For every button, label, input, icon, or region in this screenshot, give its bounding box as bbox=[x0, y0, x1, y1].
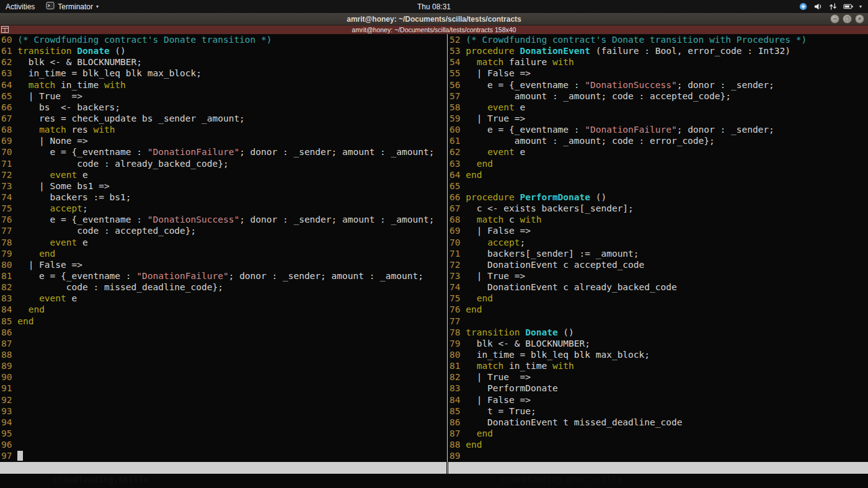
line-number: 77 bbox=[450, 316, 466, 326]
code-line[interactable]: 78 event e bbox=[0, 237, 446, 248]
code-line[interactable]: 86 DonationEvent t missed_deadline_code bbox=[448, 417, 868, 428]
code-line[interactable]: 90 bbox=[0, 371, 446, 383]
code-line[interactable]: 85 t = True; bbox=[448, 406, 868, 417]
line-number: 81 bbox=[1, 271, 17, 281]
line-number: 58 bbox=[450, 102, 466, 112]
code-line[interactable]: 77 code : accepted_code}; bbox=[0, 225, 446, 236]
line-number: 84 bbox=[1, 304, 17, 314]
code-line[interactable]: 79 end bbox=[0, 248, 446, 259]
code-line[interactable]: 60 e = {_eventname : "DonationFailure"; … bbox=[448, 124, 868, 135]
system-tray[interactable]: ▾ bbox=[792, 0, 868, 13]
code-line[interactable]: 89 bbox=[448, 450, 868, 461]
code-line[interactable]: 62 event e bbox=[448, 146, 868, 157]
code-line[interactable]: 80 in_time = blk_leq blk max_block; bbox=[448, 349, 868, 360]
code-line[interactable]: 76 end bbox=[448, 304, 868, 315]
code-line[interactable]: 79 blk <- & BLOCKNUMBER; bbox=[448, 338, 868, 349]
code-line[interactable]: 92 bbox=[0, 394, 446, 406]
code-line[interactable]: 76 e = {_eventname : "DonationSuccess"; … bbox=[0, 214, 446, 225]
code-line[interactable]: 68 match c with bbox=[448, 214, 868, 225]
code-line[interactable]: 60 (* Crowdfunding contract's Donate tra… bbox=[0, 34, 446, 45]
split-separator[interactable] bbox=[446, 34, 448, 474]
code-line[interactable]: 93 bbox=[0, 406, 446, 417]
code-line[interactable]: 66 procedure PerformDonate () bbox=[448, 192, 868, 203]
activities-button[interactable]: Activities bbox=[0, 0, 40, 13]
code-line[interactable]: 87 bbox=[0, 338, 446, 349]
code-line[interactable]: 64 end bbox=[448, 169, 868, 180]
code-line[interactable]: 65 | True => bbox=[0, 91, 446, 102]
code-line[interactable]: 87 end bbox=[448, 428, 868, 439]
code-line[interactable]: 56 e = {_eventname : "DonationSuccess"; … bbox=[448, 79, 868, 91]
buffer-right[interactable]: 52 (* Crowdfunding contract's Donate tra… bbox=[448, 34, 868, 462]
code-line[interactable]: 70 e = {_eventname : "DonationFailure"; … bbox=[0, 146, 446, 157]
code-line[interactable]: 68 match res with bbox=[0, 124, 446, 135]
code-line[interactable]: 72 event e bbox=[0, 169, 446, 180]
code-line[interactable]: 62 blk <- & BLOCKNUMBER; bbox=[0, 56, 446, 68]
code-line[interactable]: 73 | Some bs1 => bbox=[0, 180, 446, 192]
code-line[interactable]: 55 | False => bbox=[448, 68, 868, 79]
minimize-button[interactable]: – bbox=[830, 14, 839, 24]
line-number: 93 bbox=[1, 406, 17, 416]
code-line[interactable]: 58 event e bbox=[448, 102, 868, 113]
code-line[interactable]: 89 bbox=[0, 360, 446, 371]
code-line[interactable]: 97 bbox=[0, 450, 446, 461]
code-line[interactable]: 96 bbox=[0, 439, 446, 450]
code-line[interactable]: 86 bbox=[0, 327, 446, 338]
code-line[interactable]: 83 event e bbox=[0, 293, 446, 304]
clock[interactable]: Thu 08:31 bbox=[412, 0, 456, 13]
code-line[interactable]: 75 accept; bbox=[0, 203, 446, 214]
code-line[interactable]: 67 res = check_update bs _sender _amount… bbox=[0, 113, 446, 124]
code-line[interactable]: 71 backers[_sender] := _amount; bbox=[448, 248, 868, 259]
code-line[interactable]: 85 end bbox=[0, 316, 446, 327]
code-line[interactable]: 64 match in_time with bbox=[0, 79, 446, 91]
vim-window-right[interactable]: 52 (* Crowdfunding contract's Donate tra… bbox=[448, 34, 868, 474]
window-titlebar[interactable]: amrit@honey: ~/Documents/scilla/tests/co… bbox=[0, 13, 868, 25]
code-line[interactable]: 83 PerformDonate bbox=[448, 383, 868, 394]
code-line[interactable]: 95 bbox=[0, 428, 446, 439]
code-line[interactable]: 53 procedure DonationEvent (failure : Bo… bbox=[448, 45, 868, 56]
code-line[interactable]: 61 amount : _amount; code : error_code}; bbox=[448, 135, 868, 146]
terminator-titlebar[interactable]: amrit@honey: ~/Documents/scilla/tests/co… bbox=[0, 25, 868, 34]
maximize-button[interactable]: □ bbox=[843, 14, 852, 24]
code-line[interactable]: 77 bbox=[448, 316, 868, 327]
code-line[interactable]: 84 end bbox=[0, 304, 446, 315]
app-menu-button[interactable]: Terminator ▾ bbox=[40, 0, 104, 13]
code-line[interactable]: 78 transition Donate () bbox=[448, 327, 868, 338]
code-line[interactable]: 65 bbox=[448, 180, 868, 192]
code-line[interactable]: 94 bbox=[0, 417, 446, 428]
code-line[interactable]: 63 end bbox=[448, 158, 868, 169]
code-line[interactable]: 63 in_time = blk_leq blk max_block; bbox=[0, 68, 446, 79]
code-line[interactable]: 88 bbox=[0, 349, 446, 360]
code-line[interactable]: 61 transition Donate () bbox=[0, 45, 446, 56]
close-button[interactable]: × bbox=[855, 14, 864, 24]
code-line[interactable]: 57 amount : _amount; code : accepted_cod… bbox=[448, 91, 868, 102]
code-line[interactable]: 52 (* Crowdfunding contract's Donate tra… bbox=[448, 34, 868, 45]
line-number: 61 bbox=[1, 46, 17, 56]
code-line[interactable]: 88 end bbox=[448, 439, 868, 450]
code-line[interactable]: 91 bbox=[0, 383, 446, 394]
code-line[interactable]: 69 | None => bbox=[0, 135, 446, 146]
code-line[interactable]: 82 code : missed_deadline_code}; bbox=[0, 282, 446, 293]
code-line[interactable]: 67 c <- exists backers[_sender]; bbox=[448, 203, 868, 214]
code-line[interactable]: 81 match in_time with bbox=[448, 360, 868, 371]
line-number: 78 bbox=[1, 237, 17, 247]
code-line[interactable]: 72 DonationEvent c accepted_code bbox=[448, 259, 868, 270]
code-line[interactable]: 81 e = {_eventname : "DonationFailure"; … bbox=[0, 270, 446, 282]
code-line[interactable]: 66 bs <- backers; bbox=[0, 102, 446, 113]
vim-editor[interactable]: 60 (* Crowdfunding contract's Donate tra… bbox=[0, 34, 868, 488]
code-line[interactable]: 70 accept; bbox=[448, 237, 868, 248]
vim-window-left[interactable]: 60 (* Crowdfunding contract's Donate tra… bbox=[0, 34, 446, 474]
code-line[interactable]: 74 backers := bs1; bbox=[0, 192, 446, 203]
code-line[interactable]: 69 | False => bbox=[448, 225, 868, 236]
code-line[interactable]: 74 DonationEvent c already_backed_code bbox=[448, 282, 868, 293]
code-line[interactable]: 73 | True => bbox=[448, 270, 868, 282]
code-line[interactable]: 75 end bbox=[448, 293, 868, 304]
line-number: 75 bbox=[1, 203, 17, 213]
code-line[interactable]: 80 | False => bbox=[0, 259, 446, 270]
code-line[interactable]: 82 | True => bbox=[448, 371, 868, 383]
code-line[interactable]: 54 match failure with bbox=[448, 56, 868, 68]
buffer-left[interactable]: 60 (* Crowdfunding contract's Donate tra… bbox=[0, 34, 446, 462]
code-line[interactable]: 59 | True => bbox=[448, 113, 868, 124]
code-line[interactable]: 71 code : already_backed_code}; bbox=[0, 158, 446, 169]
network-icon bbox=[828, 2, 838, 11]
code-line[interactable]: 84 | False => bbox=[448, 394, 868, 406]
